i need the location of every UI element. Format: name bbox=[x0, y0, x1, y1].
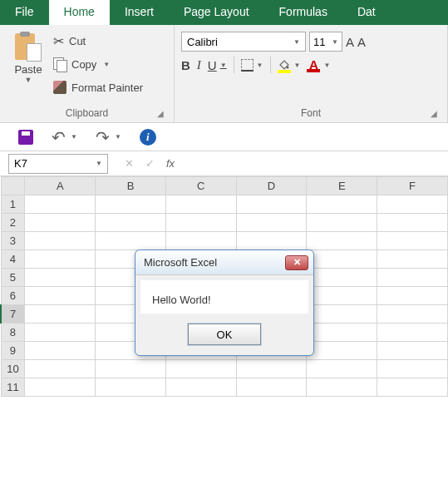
message-box-titlebar[interactable]: Microsoft Excel ✕ bbox=[135, 250, 313, 275]
cell[interactable] bbox=[25, 360, 96, 378]
paste-button[interactable]: Paste ▼ bbox=[7, 28, 50, 107]
cell[interactable] bbox=[25, 342, 96, 360]
grow-font-button[interactable]: A bbox=[346, 35, 354, 49]
chevron-down-icon[interactable]: ▼ bbox=[25, 76, 32, 84]
shrink-font-button[interactable]: A bbox=[357, 35, 366, 49]
row-header[interactable]: 1 bbox=[1, 195, 25, 214]
row-header[interactable]: 10 bbox=[1, 360, 25, 378]
font-color-button[interactable]: A ▼ bbox=[307, 57, 330, 72]
undo-button[interactable]: ↶▼ bbox=[52, 127, 77, 147]
cell[interactable] bbox=[377, 305, 448, 324]
redo-button[interactable]: ↷▼ bbox=[96, 127, 121, 147]
cell[interactable] bbox=[25, 305, 96, 324]
cell[interactable] bbox=[165, 360, 236, 378]
cell[interactable] bbox=[307, 342, 377, 360]
cell[interactable] bbox=[377, 195, 448, 214]
cell[interactable] bbox=[377, 324, 448, 342]
column-header[interactable]: B bbox=[96, 177, 166, 195]
cell[interactable] bbox=[25, 378, 96, 397]
cell[interactable] bbox=[25, 287, 96, 305]
cell[interactable] bbox=[165, 214, 236, 232]
chevron-down-icon[interactable]: ▼ bbox=[115, 133, 121, 141]
cell[interactable] bbox=[307, 269, 377, 287]
chevron-down-icon[interactable]: ▼ bbox=[96, 160, 102, 167]
cell[interactable] bbox=[236, 378, 307, 397]
row-header[interactable]: 2 bbox=[1, 214, 25, 232]
close-button[interactable]: ✕ bbox=[285, 255, 308, 270]
dialog-launcher-icon[interactable]: ◢ bbox=[155, 109, 165, 119]
chevron-down-icon[interactable]: ▼ bbox=[257, 62, 263, 69]
row-header[interactable]: 7 bbox=[1, 305, 25, 324]
cell[interactable] bbox=[96, 195, 166, 214]
cell[interactable] bbox=[165, 232, 236, 250]
insert-function-button[interactable]: fx bbox=[166, 157, 175, 170]
column-header[interactable]: E bbox=[307, 177, 377, 195]
cell[interactable] bbox=[307, 195, 377, 214]
cancel-formula-button[interactable]: ✕ bbox=[125, 157, 134, 170]
cell[interactable] bbox=[96, 214, 166, 232]
chevron-down-icon[interactable]: ▼ bbox=[332, 38, 338, 46]
info-button[interactable]: i bbox=[140, 129, 156, 146]
cell[interactable] bbox=[307, 324, 377, 342]
ok-button[interactable]: OK bbox=[188, 324, 261, 345]
cell[interactable] bbox=[307, 378, 377, 397]
copy-button[interactable]: Copy ▼ bbox=[53, 55, 143, 73]
cell[interactable] bbox=[307, 250, 377, 269]
cell[interactable] bbox=[377, 269, 448, 287]
cell[interactable] bbox=[25, 214, 96, 232]
cell[interactable] bbox=[377, 250, 448, 269]
chevron-down-icon[interactable]: ▼ bbox=[294, 62, 301, 69]
bold-button[interactable]: B bbox=[181, 58, 190, 72]
tab-data[interactable]: Dat bbox=[342, 0, 391, 25]
underline-button[interactable]: U▼ bbox=[208, 58, 227, 72]
italic-button[interactable]: I bbox=[197, 58, 201, 72]
row-header[interactable]: 8 bbox=[1, 324, 25, 342]
cell[interactable] bbox=[165, 195, 236, 214]
row-header[interactable]: 5 bbox=[1, 269, 25, 287]
tab-formulas[interactable]: Formulas bbox=[264, 0, 342, 25]
tab-page-layout[interactable]: Page Layout bbox=[169, 0, 264, 25]
fill-color-button[interactable]: ▼ bbox=[278, 58, 301, 72]
cell[interactable] bbox=[377, 287, 448, 305]
tab-insert[interactable]: Insert bbox=[110, 0, 169, 25]
cell[interactable] bbox=[377, 232, 448, 250]
cell[interactable] bbox=[307, 360, 377, 378]
chevron-down-icon[interactable]: ▼ bbox=[103, 61, 110, 68]
cell[interactable] bbox=[96, 360, 166, 378]
row-header[interactable]: 3 bbox=[1, 232, 25, 250]
tab-home[interactable]: Home bbox=[49, 0, 110, 25]
column-header[interactable]: C bbox=[165, 177, 236, 195]
borders-button[interactable]: ▼ bbox=[241, 59, 263, 72]
cell[interactable] bbox=[25, 250, 96, 269]
cell[interactable] bbox=[236, 232, 307, 250]
format-painter-button[interactable]: Format Painter bbox=[53, 78, 143, 96]
tab-file[interactable]: File bbox=[0, 0, 49, 25]
cell[interactable] bbox=[25, 195, 96, 214]
chevron-down-icon[interactable]: ▼ bbox=[293, 38, 300, 46]
cell[interactable] bbox=[307, 232, 377, 250]
cell[interactable] bbox=[307, 287, 377, 305]
enter-formula-button[interactable]: ✓ bbox=[145, 157, 155, 170]
cell[interactable] bbox=[377, 342, 448, 360]
chevron-down-icon[interactable]: ▼ bbox=[323, 62, 330, 69]
cell[interactable] bbox=[377, 214, 448, 232]
cell[interactable] bbox=[25, 269, 96, 287]
cell[interactable] bbox=[25, 324, 96, 342]
dialog-launcher-icon[interactable]: ◢ bbox=[429, 109, 439, 119]
row-header[interactable]: 9 bbox=[1, 342, 25, 360]
name-box[interactable]: K7 ▼ bbox=[8, 154, 108, 174]
cell[interactable] bbox=[96, 378, 166, 397]
cell[interactable] bbox=[377, 360, 448, 378]
font-size-select[interactable]: 11 ▼ bbox=[309, 32, 342, 52]
cut-button[interactable]: ✂ Cut bbox=[53, 32, 143, 50]
cell[interactable] bbox=[165, 378, 236, 397]
column-header[interactable]: A bbox=[25, 177, 96, 195]
cell[interactable] bbox=[25, 232, 96, 250]
save-button[interactable] bbox=[18, 130, 33, 145]
font-name-select[interactable]: Calibri ▼ bbox=[181, 32, 306, 52]
cell[interactable] bbox=[236, 195, 307, 214]
column-header[interactable]: D bbox=[236, 177, 307, 195]
chevron-down-icon[interactable]: ▼ bbox=[220, 62, 227, 69]
row-header[interactable]: 4 bbox=[1, 250, 25, 269]
cell[interactable] bbox=[96, 232, 166, 250]
